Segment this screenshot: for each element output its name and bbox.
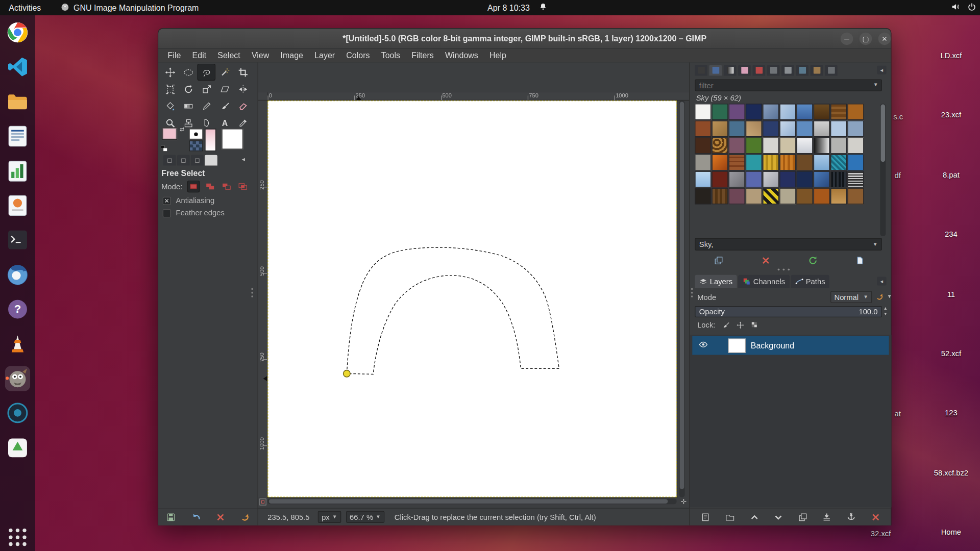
toolbox-tab-tool-options[interactable]	[163, 155, 176, 166]
reset-tool-options-button[interactable]	[241, 512, 251, 522]
pattern-swatch-4[interactable]	[763, 104, 779, 120]
pattern-swatch-3[interactable]	[746, 104, 762, 120]
dock-tab-patterns-icon[interactable]	[709, 65, 722, 76]
minimize-button[interactable]: ─	[841, 33, 853, 45]
pattern-swatch-51[interactable]	[712, 188, 728, 205]
unit-select[interactable]: px▼	[318, 511, 341, 523]
menu-edit[interactable]: Edit	[186, 48, 212, 62]
pattern-swatch-46[interactable]	[797, 171, 813, 188]
dock-item-gimp[interactable]	[5, 366, 30, 391]
pattern-swatch-26[interactable]	[797, 137, 813, 154]
tool-flip-icon[interactable]	[234, 81, 252, 97]
merge-down-button[interactable]	[822, 512, 832, 522]
menu-help[interactable]: Help	[484, 48, 512, 62]
dock-item-help[interactable]: ?	[5, 297, 30, 322]
canvas-vertical-scrollbar[interactable]	[679, 101, 684, 497]
tool-gradient-icon[interactable]	[179, 97, 198, 114]
active-image-thumbnail[interactable]	[222, 129, 243, 149]
close-button[interactable]: ✕	[878, 33, 891, 45]
default-colors-icon[interactable]	[161, 142, 167, 148]
pattern-swatch-39[interactable]	[847, 154, 864, 170]
pattern-swatch-56[interactable]	[797, 188, 813, 205]
dock-item-software-store[interactable]	[5, 435, 30, 460]
menu-filters[interactable]: Filters	[406, 48, 439, 62]
pattern-filter-input[interactable]	[695, 80, 882, 91]
pattern-swatch-31[interactable]	[712, 154, 728, 170]
patterns-scrollbar[interactable]	[880, 104, 886, 236]
pattern-swatch-44[interactable]	[763, 171, 779, 188]
raise-layer-button[interactable]	[749, 512, 760, 522]
pattern-swatch-9[interactable]	[847, 104, 864, 120]
tab-layers[interactable]: Layers	[695, 275, 737, 288]
dock-tab-buffers-icon[interactable]	[781, 65, 794, 76]
tool-bucket-fill-icon[interactable]	[161, 97, 179, 114]
desktop-icon-LD.xcf[interactable]: LD.xcf	[931, 26, 971, 60]
configure-tab-icon[interactable]: ◂	[877, 277, 886, 285]
layer-thumbnail[interactable]	[728, 338, 745, 353]
layer-mode-dropdown[interactable]: Normal▼	[830, 291, 872, 303]
pattern-swatch-57[interactable]	[814, 188, 830, 205]
antialiasing-option[interactable]: ✕ Antialiasing	[163, 196, 214, 205]
pattern-swatch-21[interactable]	[712, 137, 728, 154]
dock-item-files[interactable]	[5, 89, 30, 114]
power-icon[interactable]	[967, 0, 976, 15]
pattern-swatch-48[interactable]	[830, 171, 847, 188]
opacity-slider[interactable]: Opacity 100.0	[695, 306, 882, 317]
pattern-swatch-45[interactable]	[779, 171, 796, 188]
tab-menu-icon[interactable]: ◂	[242, 156, 245, 162]
pattern-swatch-10[interactable]	[695, 120, 711, 137]
desktop-icon-Home[interactable]: Home	[931, 503, 971, 537]
tool-scale-icon[interactable]	[197, 81, 215, 97]
lower-layer-button[interactable]	[773, 512, 783, 522]
tool-pencil-icon[interactable]	[197, 97, 215, 114]
pattern-swatch-16[interactable]	[797, 120, 813, 137]
dock-tab-gradients-icon[interactable]	[724, 65, 737, 76]
tool-rotate-icon[interactable]	[179, 81, 198, 97]
dock-tab-tool-presets-icon[interactable]	[767, 65, 780, 76]
dock-item-vlc[interactable]	[5, 332, 30, 357]
desktop-icon-8.pat[interactable]: 8.pat	[931, 145, 971, 179]
menu-select[interactable]: Select	[212, 48, 246, 62]
refresh-patterns-button[interactable]	[807, 256, 818, 266]
dock-tab-templates-icon[interactable]	[825, 65, 838, 76]
desktop-icon-58.xcf.bz2[interactable]: 58.xcf.bz2	[931, 443, 971, 477]
tool-fuzzy-select-icon[interactable]	[215, 64, 234, 81]
activities-button[interactable]: Activities	[9, 0, 41, 15]
quick-mask-toggle[interactable]	[259, 498, 266, 505]
tool-shear-icon[interactable]	[215, 81, 234, 97]
pattern-swatch-27[interactable]	[814, 137, 830, 154]
menu-file[interactable]: File	[162, 48, 187, 62]
volume-icon[interactable]	[951, 0, 960, 15]
pattern-swatch-49[interactable]	[847, 171, 864, 188]
swap-colors-icon[interactable]: ⇄	[180, 126, 184, 132]
dock-tab-images-icon[interactable]	[796, 65, 808, 76]
toolbox-tab-images[interactable]	[205, 155, 217, 166]
notification-bell-icon[interactable]	[539, 0, 547, 15]
dock-resize-handle[interactable]	[690, 286, 694, 298]
dock-item-chrome[interactable]	[5, 20, 30, 45]
pattern-swatch-35[interactable]	[779, 154, 796, 170]
duplicate-pattern-button[interactable]	[714, 256, 724, 266]
pattern-swatch-28[interactable]	[830, 137, 847, 154]
save-tool-options-button[interactable]	[166, 512, 176, 522]
desktop-icon-123[interactable]: 123	[931, 384, 971, 417]
pattern-swatch-20[interactable]	[695, 137, 711, 154]
pattern-swatch-13[interactable]	[746, 120, 762, 137]
canvas-horizontal-scrollbar[interactable]	[267, 498, 676, 504]
delete-tool-options-button[interactable]	[216, 512, 226, 522]
pattern-swatch-17[interactable]	[814, 120, 830, 137]
mode-group-chevron-icon[interactable]: ▼	[887, 294, 892, 299]
anchor-layer-button[interactable]	[846, 512, 856, 522]
pattern-name-combo[interactable]: Sky,▼	[695, 238, 882, 251]
dock-separator-handle[interactable]	[778, 269, 790, 271]
mode-subtract-button[interactable]	[220, 181, 233, 192]
new-layer-group-button[interactable]	[725, 512, 735, 522]
pattern-swatch-7[interactable]	[814, 104, 830, 120]
pattern-swatch-42[interactable]	[729, 171, 745, 188]
toolbox-tab-undo-history[interactable]	[191, 155, 204, 166]
pattern-swatch-2[interactable]	[729, 104, 745, 120]
mode-replace-button[interactable]	[187, 181, 200, 192]
pattern-swatch-22[interactable]	[729, 137, 745, 154]
pattern-swatch-24[interactable]	[763, 137, 779, 154]
tool-move-icon[interactable]	[161, 64, 179, 81]
